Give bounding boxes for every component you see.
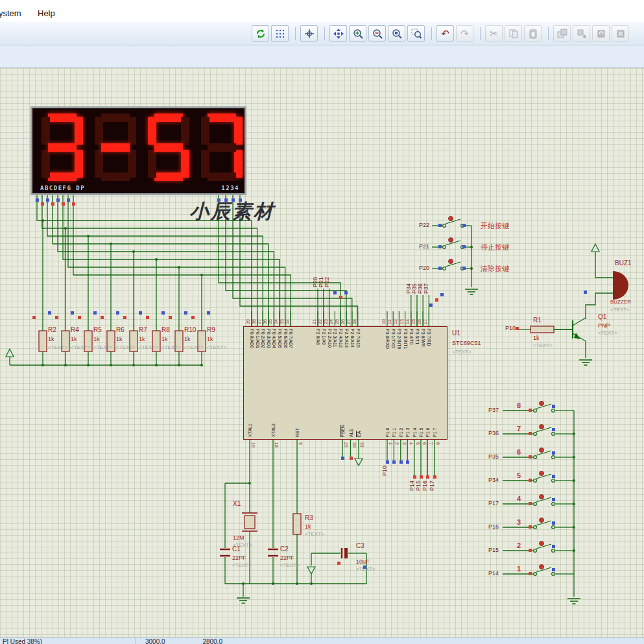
resistor-body[interactable]	[107, 331, 115, 352]
selection-marker	[207, 311, 210, 315]
key-button-p36[interactable]	[552, 433, 555, 436]
key-button-p34[interactable]	[536, 474, 551, 479]
segment-d	[48, 173, 77, 181]
zoom-area-button[interactable]	[407, 25, 425, 42]
selection-marker	[552, 451, 555, 455]
key-button-p15[interactable]	[552, 549, 555, 553]
zoom-in-button[interactable]	[349, 25, 366, 42]
key-button-p16-actuator[interactable]	[540, 518, 544, 523]
segment-b	[75, 117, 83, 145]
resistor-body[interactable]	[293, 514, 301, 534]
key-button-p34[interactable]	[534, 479, 537, 483]
selection-marker	[552, 521, 555, 525]
redraw-button[interactable]	[252, 25, 269, 42]
selection-marker	[462, 224, 466, 227]
menu-system[interactable]: ystem	[0, 8, 21, 18]
selection-marker	[48, 311, 51, 315]
key-button-p36[interactable]	[534, 433, 537, 436]
key-button-p17[interactable]	[552, 503, 555, 506]
resistor-body[interactable]	[130, 331, 137, 352]
paste-button[interactable]	[524, 25, 542, 42]
segment-d	[154, 173, 183, 181]
resistor-body[interactable]	[152, 331, 160, 352]
seven-seg-display[interactable]: ABCDEFG DP 1234	[30, 106, 246, 195]
block-move-button[interactable]	[573, 25, 590, 42]
selection-marker	[123, 316, 126, 319]
key-button-p15-actuator[interactable]	[540, 542, 544, 546]
key-button-p37[interactable]	[536, 404, 551, 409]
selection-marker	[440, 293, 444, 296]
zoom-out-button[interactable]	[368, 25, 386, 42]
control-button-p22[interactable]	[443, 224, 446, 228]
key-button-p15[interactable]	[534, 549, 537, 553]
control-button-p20[interactable]	[443, 267, 446, 270]
key-button-p34[interactable]	[552, 479, 555, 483]
control-button-p22[interactable]	[446, 219, 460, 224]
control-button-p20[interactable]	[446, 262, 460, 267]
resistor-body[interactable]	[39, 331, 47, 352]
key-button-p14-actuator[interactable]	[540, 565, 544, 569]
key-button-p14[interactable]	[534, 573, 537, 576]
key-button-p36-actuator[interactable]	[540, 425, 544, 429]
power-arrow-down-icon[interactable]	[355, 459, 363, 466]
key-button-p37-actuator[interactable]	[540, 401, 544, 406]
power-arrow-down-icon[interactable]	[307, 567, 315, 574]
pan-button[interactable]	[329, 25, 347, 42]
key-button-p17[interactable]	[534, 503, 537, 506]
control-button-p21[interactable]	[446, 241, 460, 245]
key-button-p35[interactable]	[552, 456, 555, 459]
crystal-body[interactable]	[244, 516, 255, 529]
key-button-p16[interactable]	[552, 526, 555, 529]
cut-button[interactable]: ✂	[485, 25, 503, 42]
selection-marker	[32, 316, 36, 319]
resistor-body[interactable]	[198, 331, 206, 352]
selection-marker	[420, 475, 423, 479]
redo-button[interactable]: ↷	[456, 25, 473, 42]
undo-button[interactable]: ↶	[436, 25, 454, 42]
control-button-p21-actuator[interactable]	[449, 238, 453, 243]
key-button-p35[interactable]	[536, 451, 551, 455]
block-copy-button[interactable]	[553, 25, 571, 42]
control-button-p22-actuator[interactable]	[449, 217, 453, 221]
redraw-icon	[256, 29, 266, 39]
key-button-p15[interactable]	[536, 544, 551, 549]
key-button-p37[interactable]	[534, 409, 537, 412]
resistor-body[interactable]	[175, 331, 183, 352]
selection-marker	[191, 316, 195, 319]
selection-marker	[438, 224, 442, 227]
block-delete-button[interactable]	[612, 25, 629, 42]
wire[interactable]	[595, 252, 613, 278]
key-button-p17[interactable]	[536, 497, 551, 502]
toolbar-separator	[324, 27, 325, 40]
key-button-p16[interactable]	[536, 521, 551, 525]
key-button-p16[interactable]	[534, 526, 537, 529]
resistor-body[interactable]	[62, 331, 69, 352]
menu-help[interactable]: Help	[38, 8, 55, 18]
key-button-p14[interactable]	[536, 567, 551, 572]
zoom-extents-button[interactable]	[388, 25, 405, 42]
control-button-p20-actuator[interactable]	[449, 259, 453, 264]
copy-button[interactable]	[505, 25, 522, 42]
key-button-p35[interactable]	[534, 456, 537, 459]
wire[interactable]	[586, 293, 613, 319]
key-button-p36[interactable]	[536, 427, 551, 432]
key-button-p17-actuator[interactable]	[540, 495, 544, 499]
capacitor-plate[interactable]	[344, 548, 348, 558]
origin-button[interactable]	[300, 25, 318, 42]
grid-toggle-button[interactable]	[271, 25, 289, 42]
selection-marker	[232, 198, 235, 202]
resistor-body[interactable]	[84, 331, 92, 352]
selection-marker	[341, 457, 344, 460]
segment-f	[148, 117, 156, 145]
segment-b	[234, 117, 243, 145]
key-button-p14[interactable]	[552, 573, 555, 576]
resistor-body[interactable]	[531, 326, 554, 333]
power-arrow-up-icon[interactable]	[6, 349, 14, 357]
control-button-p21[interactable]	[443, 246, 446, 249]
key-button-p34-actuator[interactable]	[540, 471, 544, 476]
key-button-p37[interactable]	[552, 409, 555, 412]
key-button-p35-actuator[interactable]	[540, 448, 544, 453]
q1-collector[interactable]	[573, 318, 586, 326]
power-arrow-up-icon[interactable]	[591, 244, 599, 252]
block-rotate-button[interactable]	[592, 25, 610, 42]
